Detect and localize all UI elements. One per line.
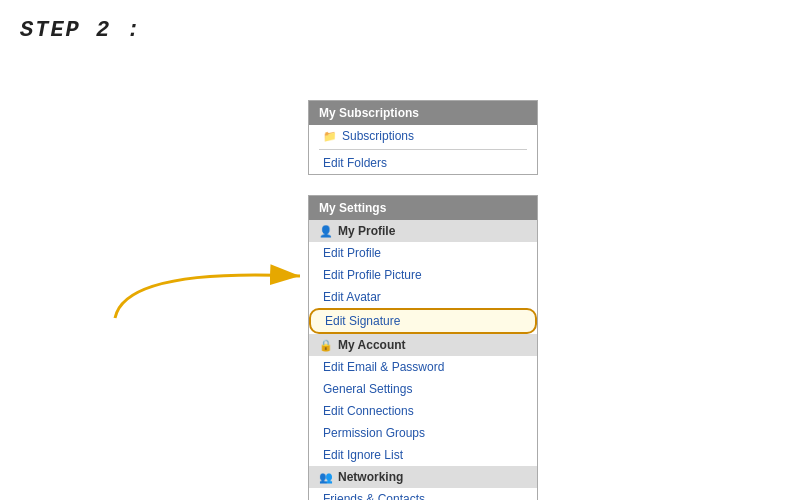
- folder-icon: [323, 129, 337, 143]
- lock-icon: [319, 338, 333, 352]
- friends-contacts-link[interactable]: Friends & Contacts: [309, 488, 537, 500]
- settings-panel-header: My Settings: [309, 196, 537, 220]
- edit-connections-link[interactable]: Edit Connections: [309, 400, 537, 422]
- permission-groups-link[interactable]: Permission Groups: [309, 422, 537, 444]
- my-profile-section: My Profile: [309, 220, 537, 242]
- edit-profile-picture-link[interactable]: Edit Profile Picture: [309, 264, 537, 286]
- edit-email-password-link[interactable]: Edit Email & Password: [309, 356, 537, 378]
- subscriptions-panel: My Subscriptions Subscriptions Edit Fold…: [308, 100, 538, 175]
- edit-profile-link[interactable]: Edit Profile: [309, 242, 537, 264]
- step-label: STEP 2 :: [20, 18, 142, 43]
- arrow-indicator: [105, 248, 315, 333]
- person-icon: [319, 224, 333, 238]
- general-settings-link[interactable]: General Settings: [309, 378, 537, 400]
- edit-signature-link[interactable]: Edit Signature: [309, 308, 537, 334]
- edit-ignore-list-link[interactable]: Edit Ignore List: [309, 444, 537, 466]
- subscriptions-panel-header: My Subscriptions: [309, 101, 537, 125]
- settings-panel: My Settings My Profile Edit Profile Edit…: [308, 195, 538, 500]
- networking-section: Networking: [309, 466, 537, 488]
- divider: [319, 149, 527, 150]
- edit-folders-link[interactable]: Edit Folders: [309, 152, 537, 174]
- my-account-section: My Account: [309, 334, 537, 356]
- people-icon: [319, 470, 333, 484]
- edit-avatar-link[interactable]: Edit Avatar: [309, 286, 537, 308]
- subscriptions-link[interactable]: Subscriptions: [309, 125, 537, 147]
